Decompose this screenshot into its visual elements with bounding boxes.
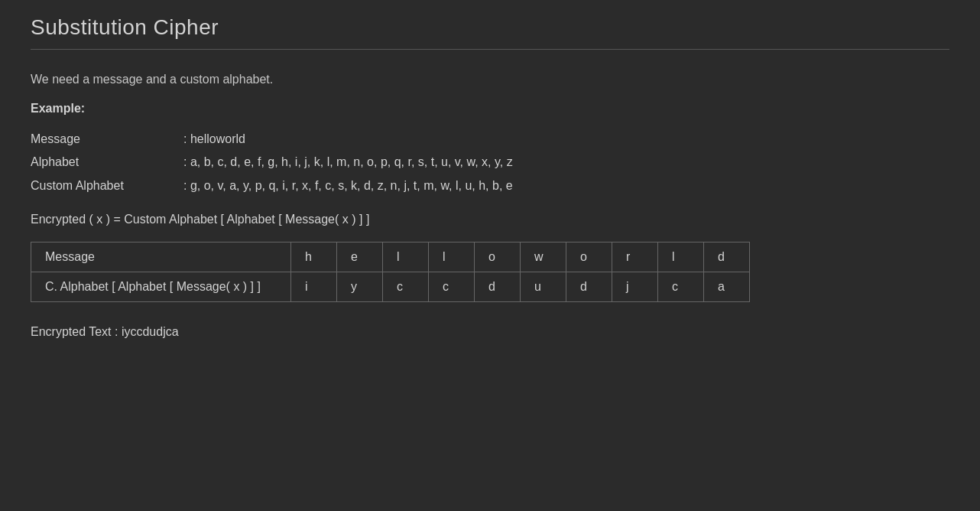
table-cell-i: i	[291, 272, 337, 302]
table-cell-d1: d	[475, 272, 521, 302]
table-cell-message-header: Message	[31, 242, 291, 272]
table-cell-l2: l	[429, 242, 475, 272]
table-cell-h: h	[291, 242, 337, 272]
table-cell-l1: l	[383, 242, 429, 272]
table-cell-c2: c	[429, 272, 475, 302]
message-value: : helloworld	[183, 128, 245, 151]
table-cell-u: u	[521, 272, 566, 302]
example-block: Message : helloworld Alphabet : a, b, c,…	[31, 128, 949, 197]
table-cell-d2: d	[566, 272, 612, 302]
table-cell-d: d	[704, 242, 750, 272]
custom-alphabet-key: Custom Alphabet	[31, 174, 183, 197]
example-custom-alphabet-row: Custom Alphabet : g, o, v, a, y, p, q, i…	[31, 174, 949, 197]
example-label: Example:	[31, 102, 949, 116]
table-cell-w: w	[521, 242, 566, 272]
table-cell-j: j	[612, 272, 658, 302]
cipher-table: Message h e l l o w o r l d C. Alphabet …	[31, 242, 750, 302]
table-cell-e: e	[337, 242, 383, 272]
intro-text: We need a message and a custom alphabet.	[31, 73, 949, 86]
table-row-message: Message h e l l o w o r l d	[31, 242, 750, 272]
table-cell-o2: o	[566, 242, 612, 272]
table-cell-r: r	[612, 242, 658, 272]
message-key: Message	[31, 128, 183, 151]
table-cell-c3: c	[658, 272, 704, 302]
table-cell-a: a	[704, 272, 750, 302]
table-cell-c1: c	[383, 272, 429, 302]
example-alphabet-row: Alphabet : a, b, c, d, e, f, g, h, i, j,…	[31, 151, 949, 174]
table-cell-calphabet-header: C. Alphabet [ Alphabet [ Message( x ) ] …	[31, 272, 291, 302]
page-title: Substitution Cipher	[31, 15, 949, 50]
table-row-encrypted: C. Alphabet [ Alphabet [ Message( x ) ] …	[31, 272, 750, 302]
alphabet-value: : a, b, c, d, e, f, g, h, i, j, k, l, m,…	[183, 151, 513, 174]
table-cell-o1: o	[475, 242, 521, 272]
custom-alphabet-value: : g, o, v, a, y, p, q, i, r, x, f, c, s,…	[183, 174, 513, 197]
encrypted-text: Encrypted Text : iyccdudjca	[31, 325, 949, 339]
table-cell-y: y	[337, 272, 383, 302]
table-cell-l3: l	[658, 242, 704, 272]
alphabet-key: Alphabet	[31, 151, 183, 174]
formula-text: Encrypted ( x ) = Custom Alphabet [ Alph…	[31, 213, 949, 226]
example-message-row: Message : helloworld	[31, 128, 949, 151]
